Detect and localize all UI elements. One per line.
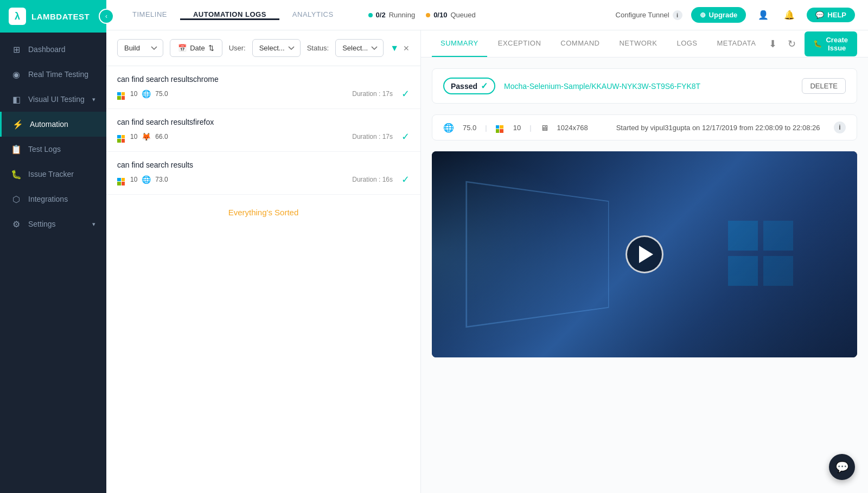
tab-logs[interactable]: LOGS	[668, 30, 706, 57]
status-filter-label: Status:	[307, 44, 329, 52]
chrome-icon: 🌐	[142, 175, 151, 184]
tab-command[interactable]: COMMAND	[552, 30, 608, 57]
sidebar-item-issuetracker[interactable]: 🐛 Issue Tracker	[0, 162, 106, 187]
detail-content: Passed ✓ Mocha-Selenium-Sample/KKAUW-NYK…	[421, 57, 868, 493]
settings-icon: ⚙	[11, 219, 22, 229]
test-name: can find search results	[117, 161, 410, 169]
tab-actions: ⬇ ↻ 🐛 Create Issue	[767, 31, 857, 56]
issuetracker-icon: 🐛	[11, 169, 22, 180]
visual-icon: ◧	[11, 94, 22, 105]
sidebar-item-label: Test Logs	[28, 145, 61, 153]
user-filter[interactable]: Select...	[252, 39, 301, 57]
detail-tabs: SUMMARY EXCEPTION COMMAND NETWORK LOGS M…	[421, 30, 868, 57]
test-item[interactable]: can find search results 10 🌐 73.0 Durati…	[106, 152, 420, 195]
test-duration: Duration : 17s	[352, 90, 393, 98]
main-tabs: TIMELINE AUTOMATION LOGS ANALYTICS 0/2 R…	[119, 0, 476, 30]
test-name: can find search resultschrome	[117, 75, 410, 84]
status-indicators: 0/2 Running 0/10 Queued	[368, 11, 476, 19]
sidebar-header: λ LAMBDATEST ‹	[0, 0, 106, 33]
tab-analytics[interactable]: ANALYTICS	[279, 10, 347, 20]
sidebar: λ LAMBDATEST ‹ ⊞ Dashboard ◉ Real Time T…	[0, 0, 106, 493]
test-meta: 10 🌐 73.0 Duration : 16s ✓	[117, 174, 410, 185]
app-logo: λ	[9, 8, 26, 25]
chrome-browser-icon: 🌐	[443, 123, 454, 133]
chat-widget-button[interactable]: 💬	[829, 454, 855, 480]
sidebar-item-realtime[interactable]: ◉ Real Time Testing	[0, 62, 106, 87]
sidebar-item-label: Issue Tracker	[28, 170, 74, 178]
sidebar-item-dashboard[interactable]: ⊞ Dashboard	[0, 37, 106, 62]
firefox-icon: 🦊	[142, 132, 151, 141]
sidebar-item-label: Settings	[28, 220, 56, 228]
status-filter[interactable]: Select...	[335, 39, 384, 57]
video-player[interactable]	[432, 151, 857, 357]
tab-metadata[interactable]: METADATA	[709, 30, 765, 57]
main-content: TIMELINE AUTOMATION LOGS ANALYTICS 0/2 R…	[106, 0, 868, 493]
tab-summary[interactable]: SUMMARY	[432, 30, 487, 57]
sidebar-item-integrations[interactable]: ⬡ Integrations	[0, 187, 106, 212]
test-item[interactable]: can find search resultsfirefox 10 🦊 66.0…	[106, 109, 420, 152]
user-avatar[interactable]: 👤	[755, 7, 772, 24]
svg-rect-0	[728, 221, 758, 251]
sidebar-item-label: Dashboard	[28, 45, 66, 54]
refresh-icon[interactable]: ↻	[786, 36, 798, 52]
upgrade-button[interactable]: ⊕ Upgrade	[691, 7, 746, 23]
sidebar-item-label: Integrations	[28, 195, 68, 203]
sidebar-collapse-button[interactable]: ‹	[99, 9, 114, 24]
info-circle[interactable]: i	[834, 121, 846, 133]
help-button[interactable]: 💬 HELP	[807, 8, 855, 22]
configure-tunnel[interactable]: Configure Tunnel i	[616, 10, 682, 20]
sort-icon: ⇅	[208, 44, 214, 52]
test-name: can find search resultsfirefox	[117, 118, 410, 126]
test-meta-row: 🌐 75.0 | 10 | 🖥 1024x768 Started by vipu…	[432, 114, 857, 140]
svg-rect-1	[763, 221, 793, 251]
filter-icon[interactable]: ▼	[390, 43, 399, 53]
dashboard-icon: ⊞	[11, 44, 22, 55]
build-filter[interactable]: Build	[117, 39, 163, 57]
test-result-header: Passed ✓ Mocha-Selenium-Sample/KKAUW-NYK…	[432, 68, 857, 104]
content-area: Build 📅 Date ⇅ User: Select... Status: S…	[106, 30, 868, 493]
sidebar-item-testlogs[interactable]: 📋 Test Logs	[0, 137, 106, 162]
automation-icon: ⚡	[12, 119, 23, 130]
play-button[interactable]	[626, 235, 663, 273]
monitor-icon: 🖥	[540, 123, 548, 132]
calendar-icon: 📅	[178, 44, 187, 52]
passed-label: Passed	[451, 82, 477, 91]
bug-icon: 🐛	[813, 40, 822, 48]
notifications-icon[interactable]: 🔔	[781, 7, 798, 24]
pass-check-icon: ✓	[401, 174, 410, 185]
filter-actions: ▼ ✕	[390, 43, 410, 53]
tab-timeline[interactable]: TIMELINE	[119, 10, 180, 20]
realtime-icon: ◉	[11, 69, 22, 80]
sidebar-item-settings[interactable]: ⚙ Settings ▾	[0, 212, 106, 236]
test-item[interactable]: can find search resultschrome 10 🌐 75.0 …	[106, 66, 420, 109]
check-circle-icon: ✓	[481, 81, 488, 91]
help-chat-icon: 💬	[815, 11, 824, 19]
delete-button[interactable]: DELETE	[802, 78, 846, 94]
windows-background-logo	[728, 221, 793, 288]
sidebar-item-automation[interactable]: ⚡ Automation	[0, 112, 106, 137]
header-right: Configure Tunnel i ⊕ Upgrade 👤 🔔 💬 HELP	[616, 7, 855, 24]
tab-automation-logs[interactable]: AUTOMATION LOGS	[180, 10, 279, 20]
download-icon[interactable]: ⬇	[767, 36, 779, 52]
os-version: 10	[513, 124, 521, 132]
tab-network[interactable]: NETWORK	[610, 30, 666, 57]
queued-status: 0/10 Queued	[426, 11, 476, 19]
chevron-down-icon: ▾	[92, 221, 95, 228]
sidebar-item-label: Automation	[30, 120, 68, 129]
play-triangle-icon	[639, 246, 653, 263]
date-filter[interactable]: 📅 Date ⇅	[170, 39, 222, 57]
tab-exception[interactable]: EXCEPTION	[489, 30, 550, 57]
clear-filter-icon[interactable]: ✕	[403, 44, 410, 53]
test-meta: 10 🌐 75.0 Duration : 17s ✓	[117, 88, 410, 100]
info-icon: i	[673, 10, 682, 20]
upgrade-icon: ⊕	[700, 11, 706, 19]
test-list: can find search resultschrome 10 🌐 75.0 …	[106, 66, 420, 493]
sidebar-item-visual[interactable]: ◧ Visual UI Testing ▾	[0, 87, 106, 112]
create-issue-button[interactable]: 🐛 Create Issue	[805, 31, 857, 56]
test-id-link[interactable]: KKAUW-NYK3W-ST9S6-FYK8T	[591, 82, 700, 91]
sidebar-nav: ⊞ Dashboard ◉ Real Time Testing ◧ Visual…	[0, 33, 106, 493]
filter-bar: Build 📅 Date ⇅ User: Select... Status: S…	[106, 30, 420, 66]
sidebar-item-label: Visual UI Testing	[28, 95, 85, 104]
windows-os-icon	[496, 122, 505, 133]
testlogs-icon: 📋	[11, 144, 22, 155]
